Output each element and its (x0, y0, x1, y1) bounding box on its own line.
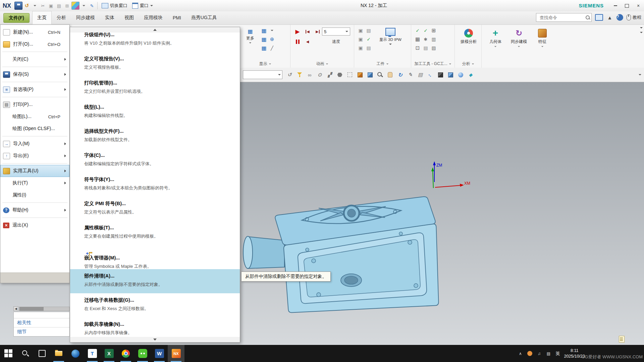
gc-tool-icon[interactable] (430, 36, 437, 43)
gc-tool-icon[interactable] (414, 36, 421, 43)
selection-tool-button[interactable] (456, 70, 465, 79)
gc-tool-icon[interactable] (414, 45, 421, 51)
gc-tool-icon[interactable] (422, 27, 429, 34)
file-menu-item[interactable] (2, 97, 67, 97)
group-label-analysis[interactable]: 分析 (455, 61, 481, 67)
undo-dropdown-icon[interactable] (31, 2, 39, 9)
draft-analysis-button[interactable]: 拔模分析 (458, 26, 480, 45)
file-menu-item[interactable]: 导出(E) (0, 150, 69, 162)
taskbar-clock[interactable]: 8:11 2025/10/23 (564, 348, 585, 359)
utilities-menu-item[interactable]: 迁移电子表格数据(G)... 在 Excel 和 Xess 之间迁移数据。 (70, 293, 240, 317)
file-menu-item[interactable]: 属性(I) (0, 189, 69, 201)
taskbar-app-button[interactable] (17, 345, 34, 362)
taskbar-app-button[interactable] (151, 345, 168, 362)
selection-tool-button[interactable] (466, 70, 475, 79)
file-menu-item[interactable] (2, 136, 67, 136)
dock-item[interactable]: 相关性 (14, 318, 69, 327)
dock-item[interactable]: 细节 (14, 327, 69, 336)
undo-icon[interactable] (23, 2, 31, 9)
chevron-down-icon[interactable] (640, 32, 643, 33)
gc-tool-icon[interactable] (414, 27, 421, 34)
selection-tool-button[interactable] (416, 70, 425, 79)
file-menu-item[interactable] (2, 52, 67, 52)
display-tool-icon[interactable] (261, 36, 267, 43)
step-forward-icon[interactable] (314, 28, 321, 35)
group-label-gc-tools[interactable]: 加工工具 - GC工... (411, 61, 454, 67)
taskbar-app-button[interactable] (34, 345, 50, 362)
file-menu-item[interactable]: 实用工具(U) (0, 165, 69, 177)
selection-tool-button[interactable] (325, 70, 334, 79)
selection-tool-button[interactable] (345, 70, 354, 79)
file-menu-item[interactable]: 首选项(P) (0, 83, 69, 96)
selection-scope-combo[interactable] (243, 70, 282, 79)
gc-tool-icon[interactable] (430, 27, 437, 34)
submenu-scroll-up[interactable] (70, 27, 240, 33)
geometry-button[interactable]: 几何体 (484, 26, 506, 47)
chevron-down-icon[interactable] (640, 27, 643, 28)
dock-scrollbar-thumb[interactable] (19, 307, 44, 311)
ribbon-tab[interactable]: 实体 (100, 11, 119, 24)
file-menu-item[interactable]: 帮助(H) (0, 204, 69, 216)
sync-modeling-button[interactable]: 同步建模 (508, 26, 530, 47)
submenu-scroll-down[interactable] (70, 337, 240, 342)
pyramid-icon[interactable] (606, 14, 613, 21)
search-input[interactable] (539, 15, 585, 20)
step-back-icon[interactable] (304, 28, 311, 35)
ribbon-tab[interactable]: 主页 (32, 11, 52, 24)
taskbar-app-button[interactable] (84, 345, 101, 362)
utilities-menu-item[interactable]: 定义可视报告(V)... 定义可视报告模板。 (70, 52, 240, 76)
tray-avatar-icon[interactable] (527, 351, 533, 357)
workpiece-tool-icon[interactable] (365, 36, 372, 43)
ribbon-tab[interactable]: PMI (168, 11, 186, 24)
workpiece-tool-icon[interactable] (357, 27, 364, 34)
minimize-button[interactable] (612, 3, 619, 9)
play-icon[interactable] (294, 28, 301, 35)
file-menu-item[interactable] (2, 82, 67, 82)
selection-tool-button[interactable] (406, 70, 415, 79)
file-menu-item[interactable]: 退出(X) (0, 219, 69, 231)
save-icon[interactable] (14, 2, 22, 10)
selection-tool-button[interactable] (366, 70, 374, 79)
dock-scroll-left-button[interactable]: ◀ (13, 306, 18, 311)
selection-tool-button[interactable] (315, 70, 324, 79)
workpiece-tool-icon[interactable] (357, 36, 364, 43)
selection-tool-button[interactable] (396, 70, 405, 79)
utilities-menu-item[interactable]: 打印机管理(I)... 定义打印机并设置打印机选项。 (70, 76, 240, 100)
utilities-menu-item[interactable]: 定义 PMI 符号(B)... 定义符号以表示产品属性。 (70, 197, 240, 221)
file-menu-item[interactable]: 保存(S) (0, 68, 69, 80)
group-label-workpiece[interactable]: 工件 (354, 61, 411, 67)
ribbon-tab[interactable]: 应用模块 (139, 11, 168, 24)
file-menu-item[interactable] (2, 202, 67, 203)
gc-tool-icon[interactable] (422, 45, 429, 51)
utilities-menu-item[interactable]: 部件清理(A)... 从部件中清除或删除不需要的指定对象。 (70, 269, 240, 293)
copy-icon[interactable] (47, 2, 55, 9)
tray-expand-icon[interactable] (517, 351, 523, 357)
command-search[interactable] (536, 13, 592, 22)
file-menu-item[interactable]: 打印(P)... (0, 99, 69, 111)
file-menu-item[interactable]: 绘图(L)... Ctrl+P (0, 111, 69, 123)
display-tool-icon[interactable] (269, 36, 275, 43)
file-menu-button[interactable]: 文件(F) (3, 13, 30, 23)
file-menu-item[interactable] (2, 218, 67, 218)
window-menu-button[interactable]: 窗口 (130, 1, 155, 10)
file-menu-item[interactable]: 导入(M) (0, 138, 69, 150)
help-icon[interactable]: ? (616, 14, 623, 21)
window-layout-icon[interactable] (595, 14, 603, 21)
rewind-icon[interactable] (304, 38, 311, 45)
utilities-menu-item[interactable]: 线型(L)... 构建和编辑软件线型。 (70, 100, 240, 124)
pause-icon[interactable] (294, 38, 301, 45)
taskbar-app-button[interactable] (0, 345, 17, 362)
selection-tool-button[interactable] (386, 70, 394, 79)
display-tool-icon[interactable] (261, 27, 267, 34)
taskbar-app-button[interactable] (50, 345, 67, 362)
ribbon-tab[interactable]: 燕秀UG工具 (186, 11, 222, 24)
selection-tool-button[interactable] (356, 70, 364, 79)
selection-tool-button[interactable] (285, 70, 294, 79)
ribbon-tab[interactable]: 同步建模 (71, 11, 100, 24)
file-menu-item[interactable]: 执行(T) (0, 177, 69, 189)
gc-tool-icon[interactable] (422, 36, 429, 43)
taskbar-app-button[interactable] (168, 345, 184, 362)
taskbar-app-button[interactable] (67, 345, 84, 362)
palette-dropdown-icon[interactable] (80, 2, 88, 9)
display-tool-icon[interactable] (261, 45, 267, 51)
